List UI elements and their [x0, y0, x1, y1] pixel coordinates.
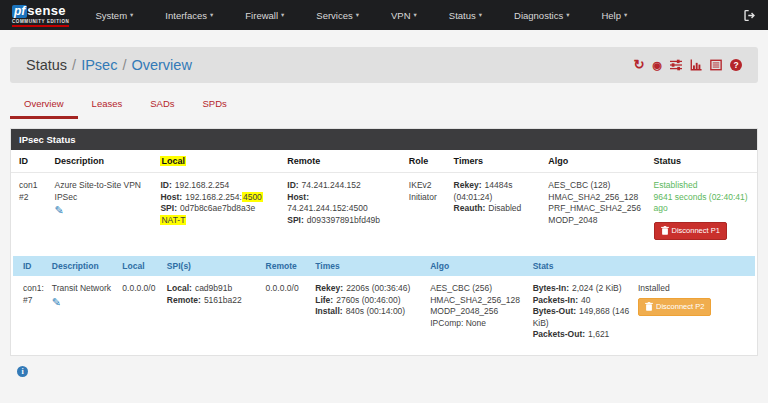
menu-interfaces[interactable]: Interfaces▾ [165, 10, 213, 21]
p1-conn-id: con1 [19, 180, 47, 192]
menu-vpn[interactable]: VPN▾ [391, 10, 417, 21]
breadcrumb-separator: / [72, 57, 76, 73]
pencil-icon[interactable]: ✎ [55, 205, 64, 215]
status-uptime: 9641 seconds (02:40:41) [654, 192, 753, 204]
p1-description-line2: IPSec [55, 192, 153, 204]
p1-algo-prf: PRF_HMAC_SHA2_256 [548, 203, 645, 215]
chevron-down-icon: ▾ [479, 11, 482, 19]
bytes-out-label: Bytes-Out: [533, 306, 576, 316]
tab-spds[interactable]: SPDs [189, 92, 241, 119]
p2-reqid: #7 [23, 295, 44, 307]
remote-id-label: ID: [287, 180, 298, 190]
pencil-icon[interactable]: ✎ [52, 297, 61, 307]
info-icon[interactable]: i [17, 366, 28, 377]
disconnect-p2-button[interactable]: Disconnect P2 [638, 298, 711, 317]
nat-t-highlight: NAT-T [160, 215, 186, 225]
p2-stats-cell: Bytes-In:2,024 (2 KiB) Packets-In:40 Byt… [529, 276, 634, 348]
role-value: Initiator [409, 192, 446, 204]
breadcrumb-bar: Status/IPsec/Overview ↻ ◉ ? [10, 47, 758, 83]
phase1-row: con1 #2 Azure Site-to-Site VPN IPSec ✎ I… [11, 173, 757, 253]
p2-id-cell: con1: #7 [13, 276, 48, 348]
refresh-icon[interactable]: ↻ [633, 59, 644, 71]
p2-life-label: Life: [315, 295, 333, 305]
pfsense-logo-pf: pf [12, 5, 27, 18]
breadcrumb-link-ipsec[interactable]: IPsec [81, 57, 117, 73]
menu-firewall-label: Firewall [245, 10, 278, 21]
disconnect-p2-label: Disconnect P2 [656, 301, 704, 313]
chevron-down-icon: ▾ [130, 11, 133, 19]
sliders-icon[interactable] [670, 59, 682, 71]
phase1-table: ID Description Local Remote Role Timers … [11, 150, 757, 252]
local-id-label: ID: [160, 180, 171, 190]
p2-col-actions [634, 256, 755, 276]
local-host-value: 192.168.2.254: [185, 192, 242, 202]
p2-conn-id: con1: [23, 283, 44, 295]
menu-interfaces-label: Interfaces [165, 10, 207, 21]
menu-services[interactable]: Services▾ [316, 10, 359, 21]
pfsense-logo[interactable]: pfsense COMMUNITY EDITION [12, 3, 69, 27]
chevron-down-icon: ▾ [356, 11, 359, 19]
p2-algo-ipcomp: IPComp: None [430, 318, 524, 330]
disconnect-p1-button[interactable]: Disconnect P1 [654, 222, 727, 241]
p1-algo-integrity: HMAC_SHA2_256_128 [548, 192, 645, 204]
p1-status-cell: Established 9641 seconds (02:40:41) ago … [650, 173, 757, 253]
role-protocol: IKEv2 [409, 180, 446, 192]
record-icon[interactable]: ◉ [652, 59, 662, 71]
p2-description: Transit Network [52, 283, 114, 295]
trash-icon [661, 226, 669, 235]
packets-in-label: Packets-In: [533, 295, 578, 305]
p2-algo-encryption: AES_CBC (256) [430, 283, 524, 295]
p1-timers-cell: Rekey:14484s (04:01:24) Reauth:Disabled [450, 173, 545, 253]
p1-description-cell: Azure Site-to-Site VPN IPSec ✎ [51, 173, 157, 253]
tab-leases[interactable]: Leases [78, 92, 137, 119]
rekey-countdown: (04:01:24) [454, 192, 541, 204]
help-icon[interactable]: ? [730, 59, 742, 71]
phase2-table: ID Description Local SPI(s) Remote Times… [13, 256, 755, 348]
phase2-row: con1: #7 Transit Network ✎ 0.0.0.0/0 Loc… [13, 276, 755, 348]
col-remote: Remote [283, 150, 405, 173]
chart-icon[interactable] [690, 59, 702, 71]
panel-title: IPsec Status [11, 129, 757, 150]
p2-state-cell: Installed Disconnect P2 [634, 276, 755, 348]
menu-help-label: Help [601, 10, 621, 21]
menu-help[interactable]: Help▾ [601, 10, 627, 21]
chevron-down-icon: ▾ [566, 11, 569, 19]
tab-overview[interactable]: Overview [10, 92, 78, 119]
sign-out-icon[interactable] [743, 9, 756, 22]
trash-icon [645, 302, 653, 311]
log-icon[interactable] [710, 59, 722, 71]
menu-status[interactable]: Status▾ [449, 10, 482, 21]
packets-out-label: Packets-Out: [533, 329, 585, 339]
phase1-header-row: ID Description Local Remote Role Timers … [11, 150, 757, 173]
chevron-down-icon: ▾ [624, 11, 627, 19]
remote-spi-value: d093397891bfd49b [307, 215, 380, 225]
p2-spis-cell: Local:cad9b91b Remote:5161ba22 [163, 276, 262, 348]
packets-in-value: 40 [581, 295, 590, 305]
menu-diagnostics[interactable]: Diagnostics▾ [514, 10, 569, 21]
status-uptime-suffix: ago [654, 203, 753, 215]
col-local: Local [156, 150, 283, 173]
spi-local-value: cad9b91b [195, 283, 232, 293]
local-host-label: Host: [160, 192, 182, 202]
p1-id-cell: con1 #2 [11, 173, 51, 253]
breadcrumb-link-overview[interactable]: Overview [131, 57, 191, 73]
p2-rekey-value: 2206s (00:36:46) [346, 283, 410, 293]
p2-algo-cell: AES_CBC (256) HMAC_SHA2_256_128 MODP_204… [426, 276, 528, 348]
p2-col-algo: Algo [426, 256, 528, 276]
p2-col-stats: Stats [529, 256, 634, 276]
p1-remote-cell: ID:74.241.244.152 Host: 74.241.244.152:4… [283, 173, 405, 253]
menu-firewall[interactable]: Firewall▾ [245, 10, 284, 21]
main-menu: System▾ Interfaces▾ Firewall▾ Services▾ … [95, 10, 627, 21]
status-established: Established [654, 180, 753, 192]
local-host-port-highlight: 4500 [242, 192, 263, 202]
menu-system[interactable]: System▾ [95, 10, 133, 21]
community-edition-label: COMMUNITY EDITION [12, 19, 69, 27]
tab-sads[interactable]: SADs [136, 92, 188, 119]
bytes-in-label: Bytes-In: [533, 283, 569, 293]
p1-description-line1: Azure Site-to-Site VPN [55, 180, 153, 192]
p2-install-value: 840s (00:14:00) [346, 306, 406, 316]
p2-algo-integrity: HMAC_SHA2_256_128 [430, 295, 524, 307]
top-navbar: pfsense COMMUNITY EDITION System▾ Interf… [0, 0, 768, 30]
highlighted-local-header: Local [160, 156, 186, 166]
menu-status-label: Status [449, 10, 476, 21]
